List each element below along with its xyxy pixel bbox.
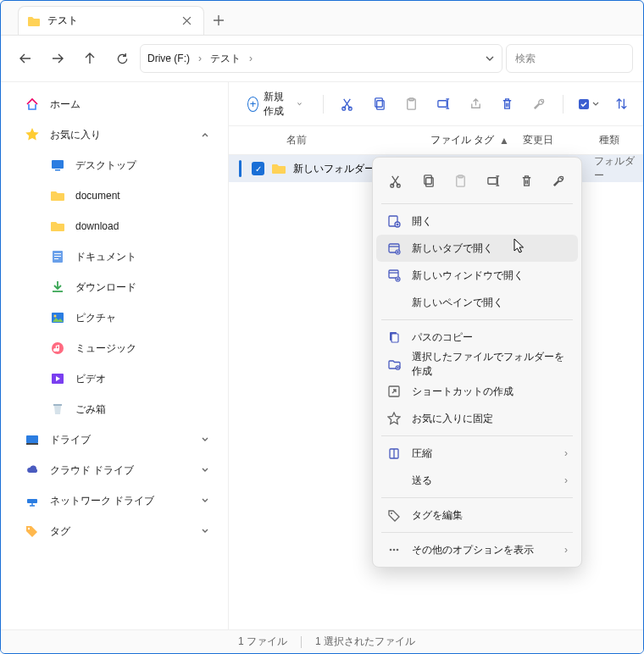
folder-plus-icon [386,357,402,372]
folder-icon [50,219,65,234]
sidebar-item-label: ドキュメント [75,250,136,264]
ctx-open-new-tab[interactable]: 新しいタブで開く [376,235,578,262]
sidebar-item-documents-jp[interactable]: ドキュメント [4,241,225,272]
search-placeholder: 検索 [515,52,536,66]
cut-button[interactable] [337,91,358,118]
address-bar[interactable]: Drive (F:) › テスト › [140,44,502,73]
ctx-copy-path[interactable]: パスのコピー [376,324,578,351]
ctx-label: 開く [412,214,432,229]
column-type[interactable]: 種類 [592,126,643,154]
svg-point-8 [52,342,64,354]
sidebar-item-pictures[interactable]: ピクチャ [4,302,225,333]
ctx-delete-button[interactable] [513,166,541,195]
sidebar-item-videos[interactable]: ビデオ [4,363,225,394]
sidebar-item-favorites[interactable]: お気に入り [4,119,225,150]
sidebar-item-desktop[interactable]: デスクトップ [4,150,225,180]
plus-icon: + [247,97,258,112]
chevron-right-icon: › [564,544,568,556]
sidebar-item-document[interactable]: document [4,180,225,211]
ctx-send[interactable]: 送る › [376,467,578,494]
more-icon [386,542,402,557]
ctx-more-options[interactable]: その他のオプションを表示 › [376,536,578,563]
chevron-down-icon[interactable] [201,466,209,474]
ctx-copy-button[interactable] [414,166,442,195]
sidebar-item-drive[interactable]: ドライブ [4,424,225,455]
svg-rect-37 [391,334,398,342]
tab-current[interactable]: テスト [18,6,204,35]
ctx-open-new-pane[interactable]: 新しいペインで開く [376,289,578,316]
column-modified[interactable]: 変更日 [516,126,592,154]
ctx-create-folder-from-selection[interactable]: 選択したファイルでフォルダーを作成 [376,351,578,378]
svg-rect-11 [26,435,38,443]
separator [563,95,564,114]
ctx-compress[interactable]: 圧縮 › [376,440,578,467]
sidebar-item-label: ミュージック [75,341,136,356]
tab-bar: テスト [1,1,643,35]
tab-close-button[interactable] [178,13,195,30]
column-filetag[interactable]: ファイル タグ▲ [424,126,517,154]
sidebar-item-network-drive[interactable]: ネットワーク ドライブ [4,485,225,516]
file-type-cell: フォルダー [594,155,643,183]
svg-point-7 [54,315,57,318]
properties-button[interactable] [530,91,550,118]
svg-point-43 [393,549,396,551]
ctx-label: パスのコピー [412,330,473,345]
column-name[interactable]: 名前 [280,126,424,154]
ctx-open[interactable]: 開く [376,208,578,235]
svg-rect-12 [26,443,38,445]
sidebar-item-label: ごみ箱 [75,402,106,417]
breadcrumb-folder[interactable]: テスト [210,52,241,66]
separator [381,497,573,498]
sidebar-item-label: ドライブ [50,433,91,447]
sidebar-item-downloads-jp[interactable]: ダウンロード [4,272,225,302]
breadcrumb-root[interactable]: Drive (F:) [147,53,190,64]
ctx-open-new-window[interactable]: 新しいウィンドウで開く [376,262,578,289]
ctx-paste-button[interactable] [447,166,475,195]
share-button[interactable] [465,91,486,118]
address-dropdown-button[interactable] [485,53,495,64]
desktop-icon [50,158,65,173]
ctx-cut-button[interactable] [381,166,409,195]
sidebar-item-cloud-drive[interactable]: クラウド ドライブ [4,455,225,485]
sort-button[interactable] [611,91,631,118]
checkbox-checked-icon[interactable]: ✓ [252,162,264,175]
sidebar-item-label: クラウド ドライブ [50,463,134,478]
chevron-down-icon[interactable] [201,527,209,535]
sidebar-item-music[interactable]: ミュージック [4,333,225,363]
chevron-down-icon [297,100,303,108]
sidebar-item-tag[interactable]: タグ [4,516,225,546]
sidebar-item-download[interactable]: download [4,211,225,241]
refresh-button[interactable] [108,44,136,73]
up-button[interactable] [75,44,104,73]
sidebar-item-trash[interactable]: ごみ箱 [4,394,225,424]
chevron-right-icon: › [564,474,568,486]
video-icon [50,371,65,386]
ctx-pin-favorites[interactable]: お気に入りに固定 [376,405,578,432]
rename-button[interactable] [433,91,453,118]
separator [301,636,302,648]
sidebar-item-home[interactable]: ホーム [4,89,225,119]
chevron-down-icon[interactable] [201,496,209,505]
navigation-bar: Drive (F:) › テスト › 検索 [1,35,643,82]
ctx-properties-button[interactable] [545,166,573,195]
new-button[interactable]: + 新規作成 [241,86,309,122]
forward-button[interactable] [43,44,72,73]
copy-button[interactable] [369,91,390,118]
toolbar: + 新規作成 [229,82,643,126]
blank-icon [386,295,402,310]
ctx-edit-tag[interactable]: タグを編集 [376,502,578,529]
ctx-create-shortcut[interactable]: ショートカットの作成 [376,378,578,405]
svg-rect-4 [54,256,61,257]
search-input[interactable]: 検索 [506,44,633,73]
delete-button[interactable] [497,91,518,118]
paste-button[interactable] [402,91,422,118]
chevron-up-icon[interactable] [201,130,209,139]
svg-rect-5 [54,258,58,259]
status-bar: 1 ファイル 1 選択されたファイル [1,629,643,653]
blank-icon [386,473,402,488]
ctx-rename-button[interactable] [480,166,508,195]
back-button[interactable] [11,44,40,73]
chevron-down-icon[interactable] [201,435,209,444]
select-all-button[interactable] [577,91,599,118]
new-tab-button[interactable] [204,6,233,35]
